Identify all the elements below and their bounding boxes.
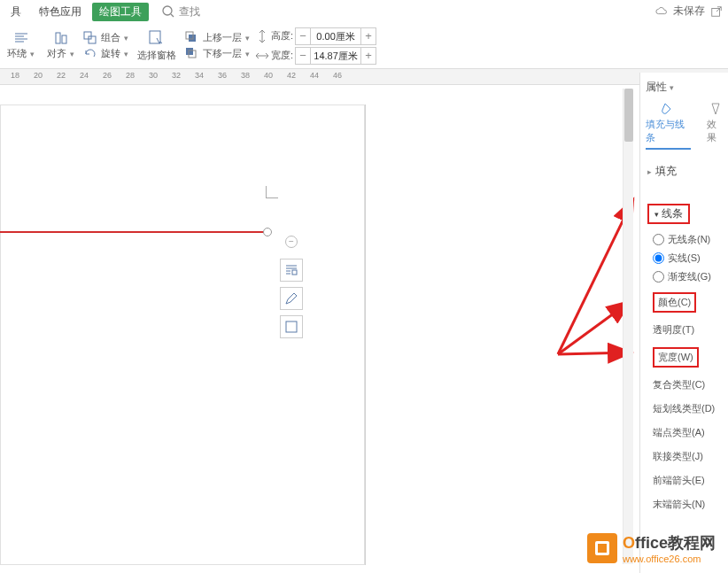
radio-solid-line[interactable]: 实线(S) <box>653 252 724 265</box>
tab-partial[interactable]: 具 <box>4 3 28 21</box>
search-box[interactable]: 查找 <box>161 4 200 19</box>
tab-bar: 具 特色应用 绘图工具 查找 <box>0 0 728 21</box>
height-plus[interactable]: + <box>361 28 376 44</box>
prop-arrow-start-row[interactable]: 前端箭头(E) <box>653 474 724 487</box>
svg-rect-4 <box>56 33 60 43</box>
ruler-tick: 18 <box>11 71 19 80</box>
send-backward-button[interactable]: 下移一层▾ <box>185 47 250 61</box>
ruler-tick: 26 <box>103 71 112 80</box>
svg-rect-11 <box>186 48 193 55</box>
search-label: 查找 <box>179 4 200 19</box>
prop-width-row[interactable]: 宽度(W) <box>653 347 699 368</box>
unsaved-label: 未保存 <box>673 4 705 19</box>
ruler-tick: 36 <box>218 71 227 80</box>
rect-icon <box>284 320 298 334</box>
effects-icon <box>708 102 724 116</box>
ribbon-toolbar: 环绕▾ 对齐▾ 组合▾ 旋转▾ 选择窗格 上移一层▾ 下移一层▾ 高度: <box>0 23 728 69</box>
ruler-tick: 24 <box>80 71 89 80</box>
scrollbar-thumb[interactable] <box>624 89 633 142</box>
line-properties: 颜色(C) 透明度(T) 宽度(W) 复合类型(C) 短划线类型(D) 端点类型… <box>646 292 724 511</box>
height-label: 高度: <box>271 29 293 43</box>
tab-featured[interactable]: 特色应用 <box>32 3 89 21</box>
rotate-icon <box>83 47 97 61</box>
share-icon[interactable] <box>710 5 723 18</box>
send-backward-label: 下移一层 <box>203 47 242 60</box>
select-pane-label: 选择窗格 <box>137 49 176 62</box>
watermark-title: Office教程网 <box>623 532 716 554</box>
group-rotate-stack: 组合▾ 旋转▾ <box>83 31 128 61</box>
ruler-tick: 20 <box>34 71 43 80</box>
office-logo-icon <box>593 539 611 557</box>
prop-opacity-row[interactable]: 透明度(T) <box>653 323 724 337</box>
line-section-header[interactable]: ▾ 线条 <box>646 198 724 229</box>
document-page[interactable]: − <box>0 105 366 565</box>
prop-dash-row[interactable]: 短划线类型(D) <box>653 402 724 415</box>
bring-forward-icon <box>185 31 199 45</box>
selected-line-shape[interactable] <box>0 231 266 233</box>
width-spinner[interactable]: − 14.87厘米 + <box>295 47 376 65</box>
tab-fill-and-line[interactable]: 填充与线条 <box>646 102 691 150</box>
fill-section-header[interactable]: ▸填充 <box>646 159 724 184</box>
ruler-tick: 46 <box>333 71 342 80</box>
layout-options-button[interactable] <box>280 259 303 282</box>
tab-effects-label: 效果 <box>707 118 724 144</box>
height-minus[interactable]: − <box>296 28 310 44</box>
svg-rect-20 <box>598 544 607 553</box>
line-section-label: 线条 <box>662 207 683 220</box>
svg-rect-13 <box>292 270 297 275</box>
title-bar-right: 未保存 <box>655 4 723 19</box>
radio-no-line[interactable]: 无线条(N) <box>653 233 724 246</box>
cloud-icon <box>655 5 668 18</box>
align-group[interactable]: 对齐▾ <box>43 31 78 60</box>
shape-fill-button[interactable] <box>280 315 303 338</box>
width-icon <box>255 49 269 63</box>
text-wrap-group[interactable]: 环绕▾ <box>4 31 38 60</box>
prop-color-row[interactable]: 颜色(C) <box>653 292 696 313</box>
height-spinner[interactable]: − 0.00厘米 + <box>295 27 376 45</box>
svg-rect-7 <box>89 36 96 43</box>
prop-cap-row[interactable]: 端点类型(A) <box>653 426 724 439</box>
svg-rect-6 <box>84 32 91 39</box>
vertical-scrollbar[interactable] <box>623 89 633 564</box>
radio-gradient-label: 渐变线(G) <box>668 270 711 283</box>
search-icon <box>161 4 175 19</box>
width-value[interactable]: 14.87厘米 <box>310 48 361 64</box>
wrap-label: 环绕 <box>7 47 27 60</box>
line-endpoint-handle[interactable] <box>263 228 272 236</box>
ruler-tick: 44 <box>310 71 319 80</box>
align-icon <box>54 31 68 45</box>
corner-marker <box>266 186 278 198</box>
width-minus[interactable]: − <box>296 48 310 64</box>
svg-rect-14 <box>286 321 297 332</box>
rotate-button[interactable]: 旋转▾ <box>83 47 128 61</box>
group-button[interactable]: 组合▾ <box>83 31 128 45</box>
prop-compound-row[interactable]: 复合类型(C) <box>653 378 724 391</box>
tab-effects[interactable]: 效果 <box>707 102 724 150</box>
prop-join-row[interactable]: 联接类型(J) <box>653 450 724 463</box>
svg-line-1 <box>171 14 174 17</box>
fill-line-icon <box>660 102 676 116</box>
canvas-area: − <box>0 89 632 573</box>
width-plus[interactable]: + <box>361 48 376 64</box>
tab-drawing-tools[interactable]: 绘图工具 <box>92 3 149 21</box>
ruler-tick: 22 <box>57 71 66 80</box>
collapse-handle[interactable]: − <box>285 236 298 248</box>
watermark: Office教程网 www.office26.com <box>587 532 716 564</box>
height-value[interactable]: 0.00厘米 <box>310 28 361 44</box>
prop-arrow-end-row[interactable]: 末端箭头(N) <box>653 498 724 511</box>
svg-rect-9 <box>189 35 196 42</box>
select-pane-button[interactable]: 选择窗格 <box>134 29 180 62</box>
edit-shape-button[interactable] <box>280 287 303 310</box>
properties-panel: 属性 ▾ 填充与线条 效果 ▸填充 ▾ 线条 无线条(N) 实线(S) 渐变线(… <box>639 73 728 573</box>
bring-forward-button[interactable]: 上移一层▾ <box>185 31 250 45</box>
size-stack: 高度: − 0.00厘米 + 宽度: − 14.87厘米 + <box>255 27 376 65</box>
ruler-tick: 34 <box>195 71 204 80</box>
send-backward-icon <box>185 47 199 61</box>
ruler-tick: 42 <box>287 71 296 80</box>
watermark-badge <box>587 533 617 563</box>
ruler-tick: 40 <box>264 71 273 80</box>
radio-gradient-line[interactable]: 渐变线(G) <box>653 270 724 283</box>
line-type-radios: 无线条(N) 实线(S) 渐变线(G) <box>646 229 724 292</box>
rotate-label: 旋转 <box>101 47 120 60</box>
svg-rect-5 <box>62 35 66 43</box>
